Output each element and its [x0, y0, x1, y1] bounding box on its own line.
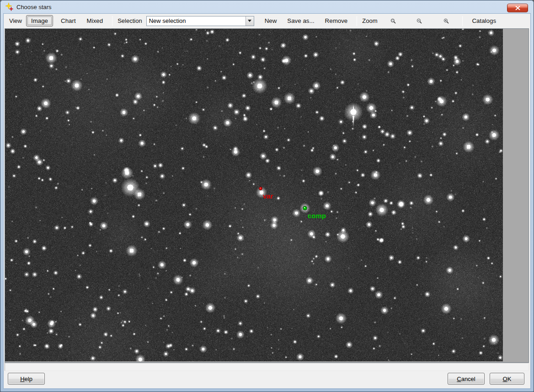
view-group-label: View [8, 17, 23, 24]
cancel-button[interactable]: Cancel [448, 373, 485, 385]
combobox-dropdown-button[interactable] [246, 16, 254, 26]
toolbar-separator [112, 16, 112, 26]
catalogs-button[interactable]: Catalogs [467, 15, 501, 27]
view-image-toggle[interactable]: Image [26, 15, 53, 27]
remove-button[interactable]: Remove [320, 15, 353, 27]
save-as-button[interactable]: Save as... [282, 15, 319, 27]
selection-combobox-value: New selection [147, 17, 246, 24]
zoom-group-label: Zoom [361, 17, 378, 24]
help-button[interactable]: Help [8, 373, 45, 385]
star-field-viewport [5, 28, 529, 363]
help-label: H [20, 376, 24, 382]
window-titlebar: Choose stars [0, 0, 534, 14]
zoom-out-button[interactable] [413, 15, 425, 27]
zoom-out-icon [417, 17, 422, 25]
new-selection-button[interactable]: New [260, 15, 282, 27]
toolbar: View Image Chart Mixed Selection New sel… [4, 14, 530, 28]
ok-button[interactable]: OK [490, 373, 524, 385]
dialog-content: View Image Chart Mixed Selection New sel… [4, 14, 530, 388]
choose-stars-icon [5, 2, 14, 11]
starfield-canvas[interactable] [5, 29, 503, 361]
ok-label: O [503, 376, 507, 382]
zoom-fit-button[interactable] [387, 15, 399, 27]
selection-group-label: Selection [117, 17, 143, 24]
window-title: Choose stars [16, 4, 52, 11]
close-icon [515, 6, 520, 10]
zoom-in-button[interactable] [440, 15, 452, 27]
view-mixed-toggle[interactable]: Mixed [82, 15, 108, 27]
close-button[interactable] [507, 4, 528, 12]
zoom-in-icon [443, 17, 449, 25]
zoom-fit-icon [390, 17, 396, 25]
selection-combobox[interactable]: New selection [146, 16, 254, 26]
cancel-label: C [457, 376, 461, 382]
chevron-down-icon [248, 20, 251, 22]
choose-stars-dialog: Choose stars View Image Chart Mixed Sele… [0, 0, 534, 392]
toolbar-separator [357, 16, 357, 26]
viewport-empty-area [503, 29, 529, 362]
toolbar-separator [462, 16, 463, 26]
view-chart-toggle[interactable]: Chart [56, 15, 81, 27]
status-bar [5, 363, 529, 371]
